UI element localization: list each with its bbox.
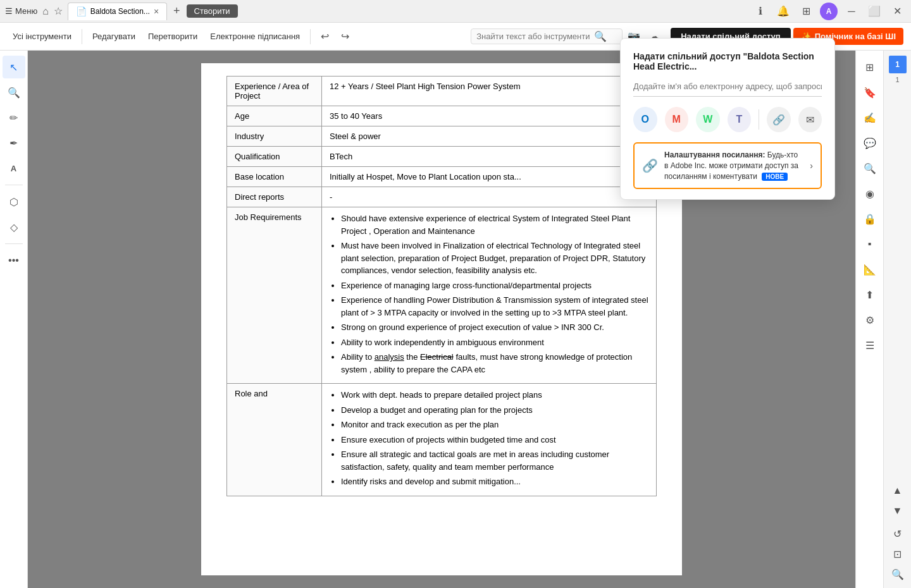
scroll-up-button[interactable]: ▲: [889, 482, 907, 499]
minimize-button[interactable]: ─: [843, 3, 860, 20]
right-sidebar: ⊞ 🔖 ✍ 💬 🔍 ◉ 🔒 ▪ 📐 ⬆ ⚙ ☰: [855, 51, 883, 588]
esign-button[interactable]: Електронне підписання: [205, 29, 305, 44]
table-row: Direct reports -: [227, 187, 657, 207]
protection-tool[interactable]: 🔒: [858, 207, 881, 230]
share-icon-separator: [759, 109, 759, 130]
hamburger-icon: ☰: [5, 6, 13, 16]
thumbnail-tool[interactable]: ⊞: [858, 56, 881, 78]
menu-button[interactable]: ☰ Меню: [5, 6, 37, 16]
bookmark-tool[interactable]: 🔖: [858, 81, 881, 104]
more-tools[interactable]: •••: [3, 249, 25, 272]
user-avatar[interactable]: A: [820, 3, 838, 20]
cursor-tool[interactable]: ↖: [3, 56, 25, 78]
measure-tool[interactable]: 📐: [858, 258, 881, 281]
send-email-button[interactable]: ✉: [798, 107, 822, 132]
tab-close-button[interactable]: ×: [154, 6, 159, 16]
table-label-industry: Industry: [227, 126, 322, 147]
zoom-tool[interactable]: 🔍: [3, 81, 25, 104]
create-label: Створити: [194, 6, 230, 16]
table-label-experience: Experience / Area of Project: [227, 77, 322, 106]
link-settings-text: Налаштування посилання: Будь-хто в Adobe…: [664, 150, 803, 181]
left-sidebar: ↖ 🔍 ✏ ✒ A ⬡ ◇ •••: [0, 51, 28, 588]
page-fit-icon[interactable]: ⊡: [889, 545, 907, 563]
comment-tool[interactable]: 💬: [858, 132, 881, 154]
close-button[interactable]: ✕: [888, 3, 906, 20]
settings-right-tool[interactable]: ⚙: [858, 309, 881, 331]
rotate-icon[interactable]: ↺: [889, 525, 907, 542]
star-icon[interactable]: ☆: [54, 5, 63, 17]
fill-tool[interactable]: ◉: [858, 182, 881, 205]
sidebar-separator: [5, 185, 23, 185]
table-row: Base location Initially at Hospet, Move …: [227, 167, 657, 187]
link-settings-panel[interactable]: 🔗 Налаштування посилання: Будь-хто в Ado…: [633, 142, 822, 189]
gmail-share-button[interactable]: M: [665, 107, 689, 132]
search-bar: 🔍: [471, 28, 623, 44]
table-value-role: Work with dept. heads to prepare detaile…: [322, 384, 657, 496]
convert-button[interactable]: Перетворити: [143, 29, 202, 44]
table-value-industry: Steel & power: [322, 126, 657, 147]
link-settings-icon: 🔗: [642, 158, 658, 173]
table-label-job-req: Job Requirements: [227, 207, 322, 384]
table-value-age: 35 to 40 Years: [322, 106, 657, 126]
home-icon[interactable]: ⌂: [42, 6, 49, 17]
new-badge: НОВЕ: [762, 173, 788, 181]
outlook-share-button[interactable]: O: [633, 107, 657, 132]
bell-icon[interactable]: 🔔: [774, 3, 792, 20]
text-tool[interactable]: A: [3, 157, 25, 180]
zoom-in-icon[interactable]: 🔍: [889, 565, 907, 583]
table-value-job-req: Should have extensive experience of elec…: [322, 207, 657, 384]
edit-button[interactable]: Редагувати: [87, 29, 140, 44]
toolbar-separator-2: [310, 29, 311, 44]
table-value-base-location: Initially at Hospet, Move to Plant Locat…: [322, 167, 657, 187]
search-icon: 🔍: [594, 30, 607, 42]
info-icon[interactable]: ℹ: [752, 3, 769, 20]
share-popup: Надати спільний доступ "Baldota Section …: [620, 38, 835, 200]
tab-area: 📄 Baldota Section... × + Створити: [68, 3, 747, 20]
table-label-age: Age: [227, 106, 322, 126]
table-value-experience: 12 + Years / Steel Plant High Tension Po…: [322, 77, 657, 106]
table-label-role: Role and: [227, 384, 322, 496]
top-bar: ☰ Меню ⌂ ☆ 📄 Baldota Section... × + Ство…: [0, 0, 911, 23]
erase-tool[interactable]: ◇: [3, 216, 25, 238]
stamp-tool[interactable]: ⬡: [3, 190, 25, 213]
layers-tool[interactable]: ☰: [858, 334, 881, 357]
menu-label: Меню: [15, 6, 37, 16]
link-settings-prefix: Налаштування посилання:: [664, 150, 765, 159]
job-details-table: Experience / Area of Project 12 + Years …: [226, 76, 657, 496]
draw-tool[interactable]: ✒: [3, 132, 25, 154]
window-controls: ℹ 🔔 ⊞ A ─ ⬜ ✕: [752, 3, 906, 20]
table-row: Experience / Area of Project 12 + Years …: [227, 77, 657, 106]
tab-title: Baldota Section...: [90, 7, 150, 16]
sidebar-separator-2: [5, 243, 23, 244]
share-popup-title: Надати спільний доступ "Baldota Section …: [633, 51, 822, 71]
table-value-qualification: BTech: [322, 147, 657, 167]
toolbar-separator-1: [82, 29, 82, 44]
table-row-job-req: Job Requirements Should have extensive e…: [227, 207, 657, 384]
scroll-down-button[interactable]: ▼: [889, 502, 907, 520]
table-label-qualification: Qualification: [227, 147, 322, 167]
search-right-tool[interactable]: 🔍: [858, 157, 881, 180]
active-tab[interactable]: 📄 Baldota Section... ×: [68, 3, 167, 20]
apps-icon[interactable]: ⊞: [797, 3, 815, 20]
add-tab-button[interactable]: +: [168, 4, 185, 18]
chevron-right-icon: ›: [810, 161, 813, 171]
page-count: 1: [895, 76, 899, 83]
copy-link-button[interactable]: 🔗: [767, 107, 791, 132]
search-input[interactable]: [476, 32, 590, 41]
export-tool[interactable]: ⬆: [858, 283, 881, 306]
highlight-tool[interactable]: ✏: [3, 106, 25, 129]
restore-button[interactable]: ⬜: [865, 3, 883, 20]
signature-tool[interactable]: ✍: [858, 106, 881, 129]
page-sidebar: 1 1 ▲ ▼ ↺ ⊡ 🔍: [883, 51, 911, 588]
share-email-input[interactable]: [633, 79, 822, 97]
teams-share-button[interactable]: T: [728, 107, 752, 132]
table-label-direct-reports: Direct reports: [227, 187, 322, 207]
undo-button[interactable]: ↩: [316, 28, 333, 46]
redact-tool[interactable]: ▪: [858, 233, 881, 255]
create-button[interactable]: Створити: [187, 4, 238, 18]
all-tools-button[interactable]: Усі інструменти: [8, 29, 77, 44]
redo-button[interactable]: ↪: [336, 28, 354, 46]
table-row-role: Role and Work with dept. heads to prepar…: [227, 384, 657, 496]
whatsapp-share-button[interactable]: W: [696, 107, 720, 132]
doc-icon: 📄: [76, 6, 87, 16]
